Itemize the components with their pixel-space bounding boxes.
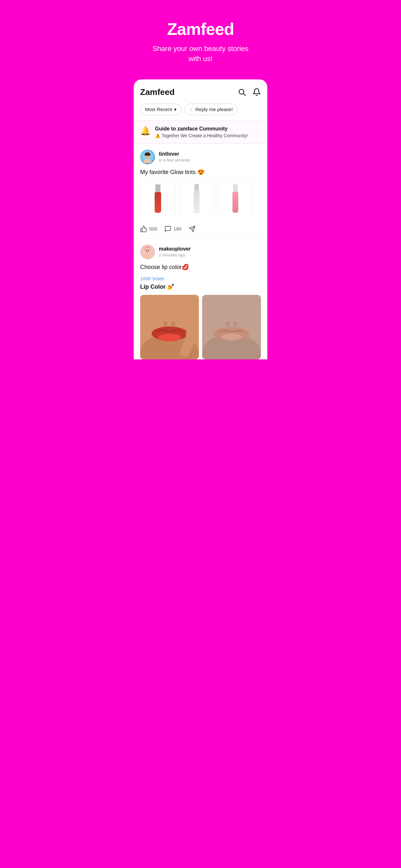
app-title: Zamfeed	[142, 20, 259, 39]
post-makeuplover: makeuplover 2 minutes ago Choose lip col…	[134, 239, 267, 360]
post-time-makeuplover: 2 minutes ago	[159, 252, 191, 257]
lip-svg-nude	[202, 295, 261, 360]
bell-icon[interactable]	[252, 88, 261, 96]
votes-count: 1000 Votes	[140, 276, 261, 281]
post-tintlover: tintlover in a few seconds My favorite G…	[134, 144, 267, 239]
community-text: Guide to zamface Community ⚠️ Together W…	[155, 126, 248, 138]
comment-button[interactable]: 190	[164, 225, 181, 232]
svg-point-19	[172, 321, 175, 327]
avatar-makeuplover[interactable]	[140, 244, 155, 259]
post-user-info-tintlover: tintlover in a few seconds	[159, 151, 190, 162]
post-header-tintlover: tintlover in a few seconds	[140, 150, 261, 164]
svg-point-18	[164, 321, 167, 327]
post-time-tintlover: in a few seconds	[159, 158, 190, 162]
chevron-down-icon: ▾	[174, 106, 177, 113]
product-2-visual	[192, 184, 202, 213]
search-icon[interactable]	[238, 88, 246, 96]
post-text-makeuplover: Choose lip color💋	[140, 263, 261, 271]
lip-option-nude[interactable]	[202, 295, 261, 360]
header-icons	[238, 88, 261, 96]
card-title: Zamfeed	[140, 87, 175, 97]
svg-point-12	[146, 250, 147, 251]
avatar-tintlover[interactable]	[140, 150, 155, 164]
post-text-tintlover: My favorite Glow tints 😍	[140, 168, 261, 176]
community-banner-title: Guide to zamface Community	[155, 126, 248, 132]
product-1[interactable]	[140, 181, 176, 216]
share-icon	[189, 225, 196, 232]
svg-point-13	[148, 250, 149, 251]
lip-image-nude	[202, 295, 261, 360]
like-count: 500	[149, 226, 157, 231]
lip-poll-images	[140, 295, 261, 360]
main-card: Zamfeed Most Recent ▾ ✓ Reply me please!…	[134, 80, 267, 360]
avatar-image-makeuplover	[142, 246, 153, 258]
reply-filter-button[interactable]: ✓ Reply me please!	[185, 104, 238, 115]
post-username-tintlover[interactable]: tintlover	[159, 151, 190, 157]
lip-option-red[interactable]	[140, 295, 199, 360]
lip-image-red	[140, 295, 199, 360]
product-1-visual	[153, 184, 162, 213]
avatar-image-tintlover	[142, 151, 153, 163]
like-icon	[140, 225, 147, 232]
filter-label: Reply me please!	[195, 106, 233, 112]
check-icon: ✓	[189, 107, 193, 112]
community-banner-body: ⚠️ Together We Create a Healthy Communit…	[155, 133, 248, 138]
comment-count: 190	[174, 226, 181, 231]
product-images-tintlover	[140, 181, 261, 216]
post-user-info-makeuplover: makeuplover 2 minutes ago	[159, 246, 191, 257]
filter-bar: Most Recent ▾ ✓ Reply me please!	[134, 102, 267, 120]
svg-line-1	[243, 94, 245, 96]
product-3[interactable]	[218, 181, 253, 216]
card-header: Zamfeed	[134, 80, 267, 102]
lip-svg-red	[140, 295, 199, 360]
app-tagline: Share your own beauty storieswith us!	[142, 44, 259, 64]
sort-label: Most Recent	[145, 106, 172, 112]
svg-point-23	[221, 334, 242, 340]
svg-point-10	[145, 248, 150, 253]
like-button[interactable]: 500	[140, 225, 157, 232]
poll-title: Lip Color 💅	[140, 283, 261, 290]
svg-point-17	[158, 334, 181, 341]
community-banner[interactable]: 🔔 Guide to zamface Community ⚠️ Together…	[134, 120, 267, 144]
product-2[interactable]	[179, 181, 214, 216]
comment-icon	[164, 225, 172, 232]
share-button[interactable]	[189, 225, 196, 232]
product-3-visual	[231, 184, 240, 213]
post-username-makeuplover[interactable]: makeuplover	[159, 246, 191, 252]
community-bell-icon: 🔔	[140, 126, 150, 136]
sort-button[interactable]: Most Recent ▾	[140, 104, 181, 115]
post-header-makeuplover: makeuplover 2 minutes ago	[140, 244, 261, 259]
svg-point-25	[234, 321, 237, 327]
post-actions-tintlover: 500 190	[140, 221, 261, 238]
svg-point-24	[226, 321, 229, 327]
hero-section: Zamfeed Share your own beauty storieswit…	[134, 0, 267, 77]
